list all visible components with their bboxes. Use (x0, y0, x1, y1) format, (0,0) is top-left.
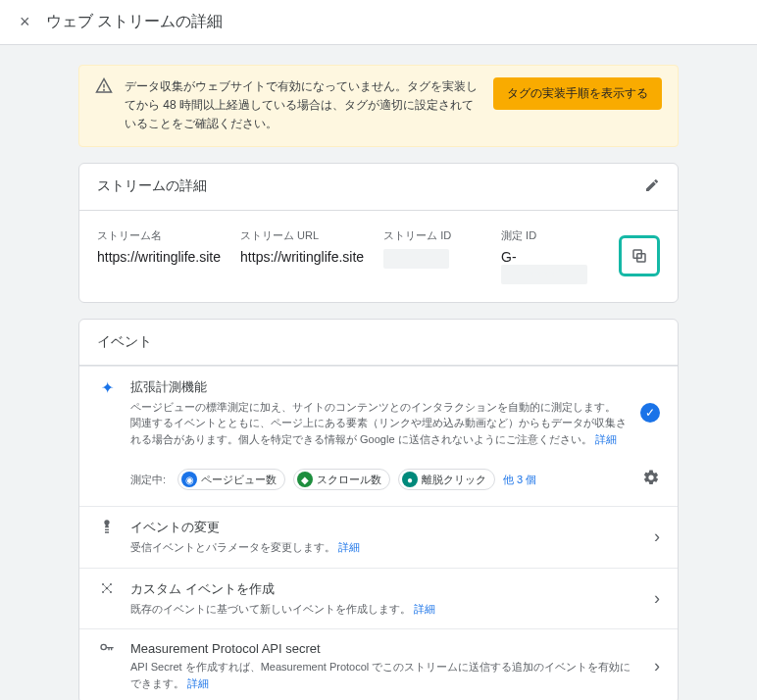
measurement-id-label: 測定 ID (501, 228, 599, 243)
stream-details-title: ストリームの詳細 (97, 177, 207, 195)
chevron-right-icon: › (654, 526, 660, 547)
enhanced-desc1: ページビューの標準測定に加え、サイトのコンテンツとのインタラクションを自動的に測… (130, 399, 627, 416)
enhanced-link[interactable]: 詳細 (595, 433, 617, 445)
custom-desc: 既存のイベントに基づいて新しいイベントを作成します。 (130, 603, 411, 615)
enhanced-measurement-row: ✦ 拡張計測機能 ページビューの標準測定に加え、サイトのコンテンツとのインタラク… (79, 366, 678, 460)
stream-url-label: ストリーム URL (240, 228, 364, 243)
page-header: × ウェブ ストリームの詳細 (0, 0, 757, 45)
chip-click: ●離脱クリック (398, 469, 495, 490)
custom-title: カスタム イベントを作成 (130, 580, 640, 598)
custom-icon (97, 580, 117, 596)
events-card: イベント ✦ 拡張計測機能 ページビューの標準測定に加え、サイトのコンテンツとの… (78, 319, 679, 700)
stream-name-col: ストリーム名 https://writinglife.site (97, 228, 221, 265)
chip-more-link[interactable]: 他 3 個 (503, 473, 536, 487)
copy-measurement-id-button[interactable] (619, 235, 660, 276)
stream-name-label: ストリーム名 (97, 228, 221, 243)
stream-id-value: x (383, 249, 449, 269)
api-title: Measurement Protocol API secret (130, 641, 640, 656)
gear-icon[interactable] (642, 469, 660, 490)
stream-url-col: ストリーム URL https://writinglife.site (240, 228, 364, 265)
custom-events-row[interactable]: カスタム イベントを作成 既存のイベントに基づいて新しいイベントを作成します。 … (79, 568, 678, 629)
scroll-icon: ◆ (297, 472, 313, 487)
stream-id-col: ストリーム ID x (383, 228, 481, 269)
sparkle-icon: ✦ (97, 378, 117, 397)
measurement-id-col: 測定 ID G-xxxx (501, 228, 599, 284)
edit-icon[interactable] (644, 177, 660, 196)
api-secret-row[interactable]: Measurement Protocol API secret API Secr… (79, 628, 678, 700)
modify-icon (97, 519, 117, 534)
page-title: ウェブ ストリームの詳細 (46, 12, 223, 32)
enhanced-toggle[interactable]: ✓ (640, 403, 660, 423)
warning-icon (95, 77, 113, 100)
stream-id-label: ストリーム ID (383, 228, 481, 243)
close-icon[interactable]: × (20, 12, 30, 32)
enhanced-title: 拡張計測機能 (130, 378, 627, 396)
measurement-id-value: G- (501, 249, 517, 265)
show-tag-instructions-button[interactable]: タグの実装手順を表示する (493, 77, 662, 110)
key-icon (97, 641, 117, 657)
warning-banner: データ収集がウェブサイトで有効になっていません。タグを実装してから 48 時間以… (78, 65, 679, 147)
svg-point-1 (104, 89, 105, 90)
modify-link[interactable]: 詳細 (338, 541, 360, 553)
chevron-right-icon: › (654, 588, 660, 609)
measurement-chips-row: 測定中: ◉ページビュー数 ◆スクロール数 ●離脱クリック 他 3 個 (79, 459, 678, 506)
api-link[interactable]: 詳細 (187, 677, 209, 689)
enhanced-desc2: 関連するイベントとともに、ページ上にある要素（リンクや埋め込み動画など）からもデ… (130, 417, 627, 445)
chevron-right-icon: › (654, 656, 660, 676)
click-icon: ● (402, 472, 418, 487)
stream-url-value: https://writinglife.site (240, 249, 364, 265)
chip-pageview: ◉ページビュー数 (177, 469, 285, 490)
measuring-label: 測定中: (130, 473, 166, 487)
modify-events-row[interactable]: イベントの変更 受信イベントとパラメータを変更します。 詳細 › (79, 506, 678, 568)
stream-details-card: ストリームの詳細 ストリーム名 https://writinglife.site… (78, 163, 679, 303)
eye-icon: ◉ (181, 472, 197, 487)
modify-title: イベントの変更 (130, 519, 640, 536)
warning-text: データ収集がウェブサイトで有効になっていません。タグを実装してから 48 時間以… (125, 77, 481, 134)
stream-name-value: https://writinglife.site (97, 249, 221, 265)
custom-link[interactable]: 詳細 (414, 603, 435, 615)
chip-scroll: ◆スクロール数 (293, 469, 390, 490)
modify-desc: 受信イベントとパラメータを変更します。 (130, 541, 335, 553)
events-title: イベント (97, 333, 152, 351)
